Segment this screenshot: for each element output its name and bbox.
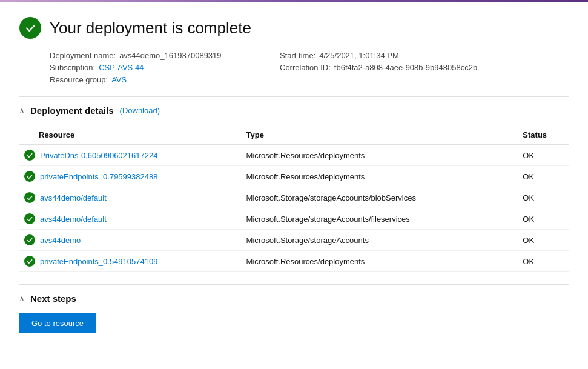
next-steps-section: ∧ Next steps Go to resource [19, 284, 569, 333]
table-row: avs44demo/default Microsoft.Storage/stor… [19, 187, 569, 208]
table-row: privateEndpoints_0.79599382488 Microsoft… [19, 166, 569, 187]
resource-group-row: Resource group: AVS [50, 75, 280, 84]
row-check-icon [24, 213, 35, 224]
table-header-row: Resource Type Status [19, 125, 569, 145]
col-status: Status [523, 125, 569, 145]
row-check-icon [24, 192, 35, 203]
deployment-name-row: Deployment name: avs44demo_1619370089319 [50, 51, 280, 60]
deployment-details-title: Deployment details [30, 105, 114, 116]
resource-link[interactable]: avs44demo/default [40, 193, 107, 202]
table-row: avs44demo Microsoft.Storage/storageAccou… [19, 230, 569, 251]
page-title: Your deployment is complete [50, 19, 251, 38]
header-section: Your deployment is complete [19, 17, 569, 39]
status-cell: OK [523, 166, 569, 187]
next-steps-chevron[interactable]: ∧ [19, 294, 24, 302]
start-time-row: Start time: 4/25/2021, 1:01:34 PM [280, 51, 510, 60]
type-cell: Microsoft.Storage/storageAccounts/blobSe… [246, 187, 523, 208]
next-steps-title: Next steps [30, 293, 76, 304]
start-time-value: 4/25/2021, 1:01:34 PM [319, 51, 399, 60]
status-cell: OK [523, 208, 569, 230]
resource-link[interactable]: avs44demo [40, 236, 81, 245]
resource-link[interactable]: privateEndpoints_0.54910574109 [40, 257, 157, 266]
deployment-name-label: Deployment name: [50, 51, 116, 60]
deployment-details-header: ∧ Deployment details (Download) [19, 96, 569, 116]
resource-link[interactable]: PrivateDns-0.6050906021617224 [40, 151, 157, 160]
resource-link[interactable]: privateEndpoints_0.79599382488 [40, 172, 157, 181]
row-check-icon [24, 256, 35, 267]
type-cell: Microsoft.Resources/deployments [246, 145, 523, 166]
row-check-icon [24, 150, 35, 161]
correlation-id-row: Correlation ID: fb6f4fa2-a808-4aee-908b-… [280, 63, 510, 72]
deployment-name-value: avs44demo_1619370089319 [119, 51, 221, 60]
correlation-id-label: Correlation ID: [280, 63, 331, 72]
next-steps-header: ∧ Next steps [19, 284, 569, 304]
table-row: avs44demo/default Microsoft.Storage/stor… [19, 208, 569, 230]
type-cell: Microsoft.Storage/storageAccounts [246, 230, 523, 251]
status-cell: OK [523, 230, 569, 251]
status-cell: OK [523, 251, 569, 272]
resource-group-label: Resource group: [50, 75, 108, 84]
subscription-row: Subscription: CSP-AVS 44 [50, 63, 280, 72]
col-resource: Resource [19, 125, 246, 145]
row-check-icon [24, 171, 35, 182]
start-time-label: Start time: [280, 51, 315, 60]
meta-right: Start time: 4/25/2021, 1:01:34 PM Correl… [280, 51, 510, 84]
top-bar [0, 0, 588, 2]
deployment-table: Resource Type Status PrivateDns-0.605090… [19, 125, 569, 272]
download-link[interactable]: (Download) [120, 106, 160, 115]
subscription-label: Subscription: [50, 63, 95, 72]
resource-link[interactable]: avs44demo/default [40, 214, 107, 224]
subscription-link[interactable]: CSP-AVS 44 [99, 63, 144, 72]
meta-left: Deployment name: avs44demo_1619370089319… [50, 51, 280, 84]
go-to-resource-button[interactable]: Go to resource [19, 313, 96, 333]
row-check-icon [24, 234, 35, 245]
table-row: privateEndpoints_0.54910574109 Microsoft… [19, 251, 569, 272]
type-cell: Microsoft.Resources/deployments [246, 166, 523, 187]
status-cell: OK [523, 187, 569, 208]
type-cell: Microsoft.Storage/storageAccounts/filese… [246, 208, 523, 230]
deployment-details-chevron[interactable]: ∧ [19, 107, 24, 115]
table-row: PrivateDns-0.6050906021617224 Microsoft.… [19, 145, 569, 166]
resource-group-link[interactable]: AVS [111, 75, 127, 84]
correlation-id-value: fb6f4fa2-a808-4aee-908b-9b948058cc2b [334, 63, 477, 72]
meta-section: Deployment name: avs44demo_1619370089319… [50, 51, 569, 84]
col-type: Type [246, 125, 523, 145]
status-cell: OK [523, 145, 569, 166]
type-cell: Microsoft.Resources/deployments [246, 251, 523, 272]
success-icon [19, 17, 41, 39]
